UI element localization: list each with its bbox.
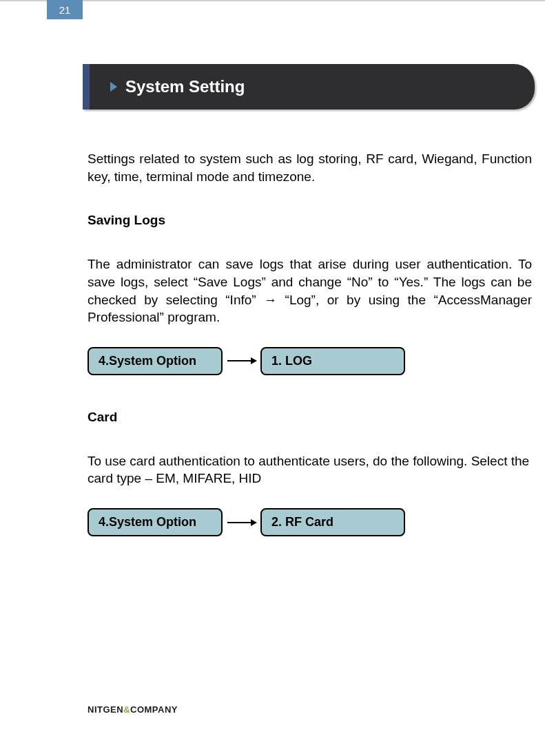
section-body-card: To use card authentication to authentica… (88, 452, 532, 487)
flow-box-rfcard: 2. RF Card (260, 508, 405, 536)
arrow-right-icon (226, 354, 257, 368)
page-number-badge: 21 (47, 0, 83, 19)
flow-box-system-option: 4.System Option (88, 347, 223, 375)
header-title: System Setting (125, 77, 245, 96)
svg-marker-3 (251, 519, 257, 526)
svg-marker-1 (251, 357, 257, 364)
flow-box-log: 1. LOG (260, 347, 405, 375)
flow-diagram-rfcard: 4.System Option 2. RF Card (88, 508, 532, 536)
section-heading-saving-logs: Saving Logs (88, 213, 532, 228)
arrow-right-icon (226, 516, 257, 529)
content-area: Settings related to system such as log s… (88, 150, 532, 571)
brand-part2: COMPANY (130, 704, 178, 715)
section-header-bar: System Setting (83, 64, 535, 109)
footer-brand-logo: NITGEN&COMPANY (88, 704, 178, 715)
brand-ampersand: & (123, 704, 130, 715)
flow-box-system-option-2: 4.System Option (88, 508, 223, 536)
triangle-right-icon (110, 82, 117, 92)
flow-diagram-log: 4.System Option 1. LOG (88, 347, 532, 375)
page-number: 21 (59, 4, 71, 16)
section-heading-card: Card (88, 410, 532, 425)
intro-paragraph: Settings related to system such as log s… (88, 150, 532, 185)
brand-part1: NITGEN (88, 704, 123, 715)
section-body-saving-logs: The administrator can save logs that ari… (88, 255, 532, 326)
